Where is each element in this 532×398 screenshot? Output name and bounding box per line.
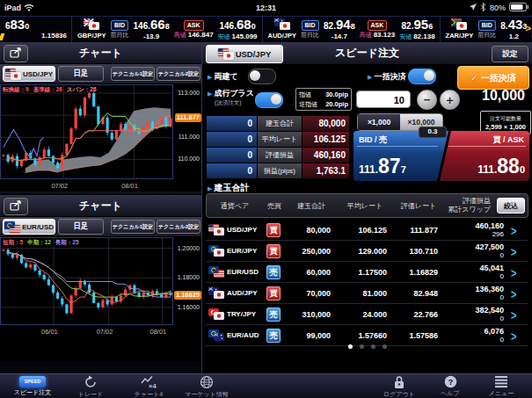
summary-value: 1,763.1 <box>302 163 349 178</box>
position-row-eurjpy[interactable]: EUR/JPY買250,000129.000130.710427,5000> <box>206 241 528 262</box>
nav-item-trade[interactable]: トレード <box>62 375 120 398</box>
clock: 12:31 <box>0 4 532 12</box>
pair-flags-icon <box>208 287 224 299</box>
market-plus-toggle[interactable] <box>255 92 283 108</box>
bid-sell-button[interactable]: BID / 売 111.877 <box>353 131 448 181</box>
quantity-input[interactable]: 10 <box>356 90 411 108</box>
position-row-audjpy[interactable]: AUD/JPY買70,00081.00082.948136,3600> <box>206 283 528 304</box>
x-axis-label: 08/01 <box>150 328 167 336</box>
chart1-timeframe-button[interactable]: 日足 <box>58 66 104 82</box>
nav-label: トレード <box>78 390 104 398</box>
y-axis-label: 1.18000 <box>178 274 200 280</box>
nav-item-logout[interactable]: ログアウト <box>374 375 425 398</box>
bid-badge: BID <box>302 20 319 31</box>
y-axis-label: 1.20000 <box>178 245 200 251</box>
page-dot[interactable] <box>360 344 364 349</box>
side-badge: 売 <box>266 329 281 343</box>
position-row-euraud[interactable]: EUR/AUD売99,0001.576601.575866,0760> <box>206 325 528 346</box>
settings-button[interactable]: 設定 <box>492 46 528 62</box>
position-row-eurusd[interactable]: EUR/USD売60,0001.175001.1682945,0410> <box>206 262 528 283</box>
row-chevron-icon[interactable]: > <box>511 328 528 343</box>
nav-item-market[interactable]: マーケット情報 <box>178 375 236 398</box>
buy-ask-button[interactable]: 買 / ASK 111.880 <box>440 131 529 181</box>
chart1-technical2-button[interactable]: テクニカル2設定 <box>157 67 200 81</box>
order-amount: 10,000 <box>482 88 525 104</box>
chart1-technical1-button[interactable]: テクニカル1設定 <box>111 67 155 81</box>
side-badge: 売 <box>266 265 281 279</box>
pl-cell: 6,0760 <box>443 327 511 344</box>
ticker-scroll-right-arrow[interactable]: > <box>526 23 531 33</box>
ask-badge: ASK <box>184 20 204 31</box>
summary-value: 80,000 <box>302 116 349 131</box>
side-badge: 買 <box>266 244 281 258</box>
page-dots[interactable] <box>206 344 528 349</box>
chart1-toolbar: USD/JPY 日足 テクニカル1設定 テクニカル2設定 <box>0 64 201 84</box>
nav-item-menu[interactable]: メニュー <box>476 375 527 398</box>
multiplier-x1000-button[interactable]: ×1,000 <box>358 114 400 130</box>
chart2-technical1-button[interactable]: テクニカル1設定 <box>111 220 155 234</box>
chart1-pair-button[interactable]: USD/JPY <box>3 66 55 82</box>
pair-flags-icon <box>5 69 21 80</box>
svg-text:×4: ×4 <box>149 382 157 389</box>
ticker-cell-zarjpy[interactable]: ZAR/JPYBID前日比8.4331.2ASK高値8.443 <box>441 17 532 42</box>
battery-icon <box>509 3 528 13</box>
eval-rate-cell: 22.766 <box>392 310 443 319</box>
y-axis-label: 110.000 <box>178 156 200 162</box>
bid-price: 146.668 <box>134 18 170 33</box>
position-row-tryjpy[interactable]: TRY/JPY売310,00024.00022.766382,5400> <box>206 304 528 325</box>
chart-legend: 短期：5中期：12長期：25 <box>3 239 79 247</box>
position-summary-table: 0建玉合計80,0000平均レート106.1250評価損益460,1600損益(… <box>207 116 349 179</box>
nav-item-chart4[interactable]: ×4チャート4 <box>120 375 178 398</box>
chart2-pair-button[interactable]: EUR/USD <box>3 219 55 235</box>
nav-label: マーケット情報 <box>185 390 229 398</box>
chart1-title: チャート <box>0 42 201 63</box>
summary-row: 0平均レート106.125 <box>207 132 349 147</box>
ask-price: 111.880 <box>477 155 525 178</box>
quantity-minus-button[interactable]: − <box>417 90 437 110</box>
ask-price: 1.16830 <box>5 18 67 32</box>
bid-price: 111.877 <box>359 155 406 178</box>
position-row-usdjpy[interactable]: USD/JPY買80,000106.125111.877460,160296> <box>206 220 528 241</box>
chart2-technical2-button[interactable]: テクニカル2設定 <box>157 220 200 234</box>
pair-flags-icon <box>4 221 20 233</box>
chart2-title: チャート <box>0 195 201 216</box>
eval-rate-cell: 111.877 <box>392 226 443 235</box>
rate-ticker[interactable]: 1.168301.15836GBP/JPYBID前日比146.668-13.9A… <box>0 17 532 44</box>
row-chevron-icon[interactable]: > <box>511 286 528 300</box>
row-chevron-icon[interactable]: > <box>511 264 528 279</box>
ticker-cell-eurusd[interactable]: 1.168301.15836 <box>0 17 72 42</box>
row-chevron-icon[interactable]: > <box>511 307 528 322</box>
bulk-close-toggle[interactable] <box>408 69 436 84</box>
order-pair-button[interactable]: USD/JPY <box>206 45 283 63</box>
y-axis-label: 111.000 <box>179 134 200 140</box>
ticker-cell-gbpjpy[interactable]: GBP/JPYBID前日比146.668-13.9ASK高値146.847146… <box>72 17 263 42</box>
filter-button[interactable]: 絞込 <box>497 198 525 213</box>
nav-item-help[interactable]: ?ヘルプ <box>425 375 476 398</box>
nav-item-speed[interactable]: SPEEDスピード注文 <box>4 375 62 398</box>
row-chevron-icon[interactable]: > <box>511 243 528 258</box>
bulk-close-button[interactable]: ✓ 一括決済 <box>457 66 529 90</box>
battery-percent: 80% <box>490 4 506 12</box>
chart2-timeframe-button[interactable]: 日足 <box>58 219 104 235</box>
page-dot[interactable] <box>383 344 387 349</box>
amount-cell: 250,000 <box>285 247 336 256</box>
page-dot[interactable] <box>371 344 375 349</box>
x-axis-label: 07/02 <box>97 328 113 336</box>
summary-label: 平均レート <box>258 132 302 147</box>
sell-total: 0 <box>207 163 258 178</box>
usdjpy-candle-chart[interactable]: 07/0208/01113.000111.000110.000111.877転換… <box>0 84 201 193</box>
ticker-cell-audjpy[interactable]: AUD/JPYBID前日比82.948-14.7ASK高値83.12382.95… <box>263 17 441 42</box>
page-dot[interactable] <box>348 344 353 349</box>
hedge-toggle[interactable] <box>248 69 276 84</box>
bid-price: 82.948 <box>324 18 355 33</box>
eurusd-candle-chart[interactable]: 06/0107/0208/011.200001.180001.160001.16… <box>0 237 201 362</box>
quantity-plus-button[interactable]: ＋ <box>440 90 460 110</box>
amount-cell: 99,000 <box>285 331 336 340</box>
amount-cell: 60,000 <box>285 268 336 277</box>
avg-rate-cell: 81.000 <box>336 289 392 298</box>
avg-rate-cell: 1.57660 <box>336 331 392 340</box>
speed-icon: SPEED <box>19 376 46 387</box>
amount-cell: 80,000 <box>285 226 336 235</box>
y-axis-label: 1.16000 <box>178 304 200 310</box>
row-chevron-icon[interactable]: > <box>511 222 528 237</box>
